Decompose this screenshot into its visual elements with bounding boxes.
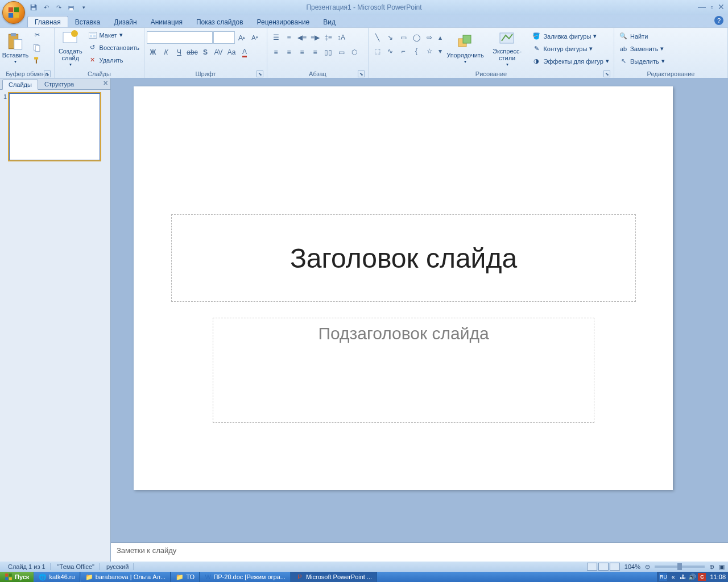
close-pane-button[interactable]: ✕	[103, 80, 108, 87]
align-center-button[interactable]: ≡	[283, 46, 295, 59]
delete-slide-button[interactable]: ✕Удалить	[86, 54, 142, 66]
bullets-button[interactable]: ☰	[270, 31, 282, 44]
title-placeholder[interactable]: Заголовок слайда	[171, 214, 636, 302]
side-tab-slides[interactable]: Слайды	[2, 80, 38, 90]
lang-indicator[interactable]: RU	[659, 573, 667, 581]
shape-star-icon[interactable]: ☆	[423, 45, 436, 57]
clipboard-dialog-launcher[interactable]: ⬊	[44, 70, 51, 77]
arrange-button[interactable]: Упорядочить▾	[446, 29, 485, 68]
char-spacing-button[interactable]: AV	[212, 46, 225, 59]
line-spacing-button[interactable]: ‡≡	[322, 31, 334, 44]
shape-textbox-icon[interactable]: ⬚	[371, 45, 383, 57]
tray-chevron-icon[interactable]: «	[669, 573, 677, 581]
paste-button[interactable]: Вставить ▾	[2, 29, 28, 68]
grow-font-button[interactable]: A▴	[235, 31, 248, 44]
tray-app-icon[interactable]: C	[698, 573, 706, 581]
shape-rect-icon[interactable]: ▭	[397, 31, 410, 44]
shadow-button[interactable]: S	[199, 46, 212, 59]
close-button[interactable]: ✕	[718, 2, 725, 11]
text-direction-button[interactable]: ↕A	[335, 31, 348, 44]
tab-insert[interactable]: Вставка	[68, 16, 107, 27]
normal-view-button[interactable]	[587, 563, 597, 571]
zoom-slider[interactable]	[655, 566, 705, 568]
justify-button[interactable]: ≡	[309, 46, 321, 59]
tray-sound-icon[interactable]: 🔊	[688, 573, 696, 581]
shape-line-icon[interactable]: ╲	[371, 31, 383, 44]
start-button[interactable]: Пуск	[0, 572, 34, 582]
align-text-button[interactable]: ▭	[335, 46, 348, 59]
clock[interactable]: 11:08	[710, 573, 726, 580]
layout-button[interactable]: Макет ▾	[86, 29, 142, 41]
shape-brace-icon[interactable]: {	[410, 45, 423, 57]
shape-connector-icon[interactable]: ⌐	[397, 45, 410, 57]
tab-slideshow[interactable]: Показ слайдов	[189, 16, 250, 27]
shapes-scroll-up[interactable]: ▴	[436, 31, 444, 44]
shape-oval-icon[interactable]: ◯	[410, 31, 423, 44]
fit-slide-button[interactable]: ▣	[719, 563, 725, 571]
save-icon[interactable]	[28, 2, 39, 13]
help-button[interactable]: ?	[714, 16, 723, 25]
notes-pane[interactable]: Заметки к слайду	[111, 542, 728, 562]
minimize-button[interactable]: —	[698, 2, 706, 11]
subtitle-placeholder[interactable]: Подзаголовок слайда	[213, 318, 594, 423]
replace-button[interactable]: abЗаменить ▾	[617, 43, 667, 55]
tab-design[interactable]: Дизайн	[107, 16, 143, 27]
new-slide-button[interactable]: Создать слайд ▾	[57, 29, 84, 68]
drawing-dialog-launcher[interactable]: ⬊	[603, 70, 610, 77]
italic-button[interactable]: К	[160, 46, 172, 59]
task-item-2[interactable]: 📁ТО	[171, 572, 200, 582]
font-color-button[interactable]: A	[238, 46, 251, 59]
cut-button[interactable]: ✂	[30, 29, 44, 41]
shape-curve-icon[interactable]: ∿	[384, 45, 396, 57]
font-name-combo[interactable]	[147, 31, 213, 44]
find-button[interactable]: 🔍Найти	[617, 30, 667, 42]
shrink-font-button[interactable]: A▾	[249, 31, 261, 44]
status-slide-number[interactable]: Слайд 1 из 1	[3, 563, 51, 570]
columns-button[interactable]: ▯▯	[322, 46, 334, 59]
task-item-3[interactable]: WПР-20.doc [Режим огра...	[200, 572, 291, 582]
align-right-button[interactable]: ≡	[296, 46, 308, 59]
status-theme[interactable]: "Тема Office"	[53, 563, 100, 570]
decrease-indent-button[interactable]: ◀≡	[296, 31, 308, 44]
task-item-4[interactable]: PMicrosoft PowerPoint ...	[291, 572, 377, 582]
shape-arrow-icon[interactable]: ↘	[384, 31, 396, 44]
zoom-out-button[interactable]: ⊖	[645, 563, 650, 571]
undo-icon[interactable]: ↶	[41, 2, 51, 13]
numbering-button[interactable]: ≡	[283, 31, 295, 44]
qat-dropdown-icon[interactable]: ▾	[78, 2, 89, 13]
paragraph-dialog-launcher[interactable]: ⬊	[358, 70, 365, 77]
slideshow-view-button[interactable]	[610, 563, 620, 571]
task-item-0[interactable]: 🌐katk46.ru	[34, 572, 80, 582]
tab-view[interactable]: Вид	[316, 16, 342, 27]
smartart-button[interactable]: ⬡	[348, 46, 361, 59]
quick-print-icon[interactable]	[66, 2, 76, 13]
strikethrough-button[interactable]: abc	[186, 46, 198, 59]
zoom-in-button[interactable]: ⊕	[709, 563, 714, 571]
align-left-button[interactable]: ≡	[270, 46, 282, 59]
office-button[interactable]	[2, 1, 25, 24]
shape-outline-button[interactable]: ✎Контур фигуры ▾	[530, 43, 611, 55]
tab-home[interactable]: Главная	[27, 16, 68, 27]
side-tab-outline[interactable]: Структура	[38, 79, 80, 89]
shape-fill-button[interactable]: 🪣Заливка фигуры ▾	[530, 30, 611, 42]
task-item-1[interactable]: 📁barabanova | Ольга Ал...	[80, 572, 171, 582]
redo-icon[interactable]: ↷	[53, 2, 64, 13]
shape-rarrow-icon[interactable]: ⇨	[423, 31, 436, 44]
quick-styles-button[interactable]: Экспресс-стили▾	[486, 29, 528, 68]
shapes-more[interactable]: ▾	[436, 45, 444, 57]
zoom-level[interactable]: 104%	[624, 563, 640, 570]
copy-button[interactable]	[30, 41, 44, 53]
tray-network-icon[interactable]: 🖧	[679, 573, 686, 581]
tab-animations[interactable]: Анимация	[144, 16, 189, 27]
format-painter-button[interactable]	[30, 54, 44, 66]
restore-button[interactable]: ▫	[710, 2, 713, 11]
shape-effects-button[interactable]: ◑Эффекты для фигур ▾	[530, 55, 611, 67]
slide-canvas[interactable]: Заголовок слайда Подзаголовок слайда	[134, 86, 673, 490]
shapes-gallery[interactable]: ╲ ↘ ▭ ◯ ⇨ ▴ ⬚ ∿ ⌐ { ☆ ▾	[371, 29, 444, 57]
underline-button[interactable]: Ч	[173, 46, 185, 59]
font-dialog-launcher[interactable]: ⬊	[257, 70, 263, 77]
increase-indent-button[interactable]: ≡▶	[309, 31, 321, 44]
select-button[interactable]: ↖Выделить ▾	[617, 55, 667, 67]
font-size-combo[interactable]	[213, 31, 235, 44]
status-language[interactable]: русский	[102, 563, 134, 570]
